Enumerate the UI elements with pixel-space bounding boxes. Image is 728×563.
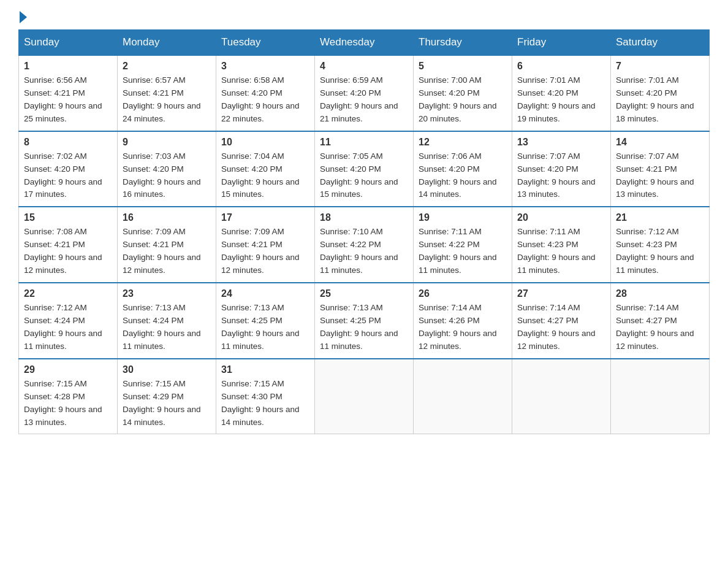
sunset-label: Sunset: 4:21 PM [616,164,677,174]
weekday-header-tuesday: Tuesday [216,30,315,56]
sunset-label: Sunset: 4:20 PM [616,88,677,98]
day-number: 12 [419,137,507,148]
day-info: Sunrise: 7:11 AM Sunset: 4:22 PM Dayligh… [419,226,507,277]
day-number: 29 [24,364,112,375]
daylight-label: Daylight: 9 hours and 13 minutes. [616,177,694,199]
day-info: Sunrise: 6:57 AM Sunset: 4:21 PM Dayligh… [123,74,211,126]
sunrise-label: Sunrise: 7:12 AM [616,227,679,236]
calendar-cell: 22 Sunrise: 7:12 AM Sunset: 4:24 PM Dayl… [19,283,118,359]
sunrise-label: Sunrise: 7:15 AM [24,379,87,388]
daylight-label: Daylight: 9 hours and 15 minutes. [320,177,398,199]
day-info: Sunrise: 7:08 AM Sunset: 4:21 PM Dayligh… [24,226,112,277]
day-number: 26 [419,288,507,299]
sunrise-label: Sunrise: 7:14 AM [517,303,580,312]
sunset-label: Sunset: 4:20 PM [320,88,381,98]
sunrise-label: Sunrise: 7:01 AM [517,75,580,85]
day-info: Sunrise: 7:03 AM Sunset: 4:20 PM Dayligh… [123,150,211,202]
sunset-label: Sunset: 4:20 PM [123,164,184,174]
sunset-label: Sunset: 4:27 PM [616,316,677,325]
day-number: 13 [517,137,605,148]
calendar-cell: 11 Sunrise: 7:05 AM Sunset: 4:20 PM Dayl… [315,131,414,207]
day-number: 6 [517,61,605,72]
day-info: Sunrise: 7:15 AM Sunset: 4:30 PM Dayligh… [221,378,309,429]
calendar-cell: 13 Sunrise: 7:07 AM Sunset: 4:20 PM Dayl… [512,131,611,207]
day-info: Sunrise: 6:58 AM Sunset: 4:20 PM Dayligh… [221,74,309,126]
sunrise-label: Sunrise: 7:14 AM [616,303,679,312]
logo [18,12,27,23]
daylight-label: Daylight: 9 hours and 14 minutes. [419,177,497,199]
weekday-header-monday: Monday [118,30,216,56]
daylight-label: Daylight: 9 hours and 11 minutes. [616,253,694,275]
daylight-label: Daylight: 9 hours and 11 minutes. [419,253,497,275]
day-number: 22 [24,288,112,299]
daylight-label: Daylight: 9 hours and 11 minutes. [320,253,398,275]
sunrise-label: Sunrise: 7:09 AM [221,227,284,236]
weekday-header-saturday: Saturday [611,30,710,56]
sunset-label: Sunset: 4:21 PM [24,88,85,98]
sunset-label: Sunset: 4:20 PM [517,164,578,174]
sunrise-label: Sunrise: 7:13 AM [123,303,186,312]
day-number: 15 [24,212,112,223]
sunset-label: Sunset: 4:21 PM [24,240,85,249]
calendar-cell: 6 Sunrise: 7:01 AM Sunset: 4:20 PM Dayli… [512,55,611,131]
calendar-cell: 18 Sunrise: 7:10 AM Sunset: 4:22 PM Dayl… [315,207,414,283]
sunrise-label: Sunrise: 7:07 AM [517,151,580,161]
day-info: Sunrise: 7:12 AM Sunset: 4:24 PM Dayligh… [24,302,112,353]
day-info: Sunrise: 7:04 AM Sunset: 4:20 PM Dayligh… [221,150,309,202]
sunrise-label: Sunrise: 7:07 AM [616,151,679,161]
calendar-cell: 15 Sunrise: 7:08 AM Sunset: 4:21 PM Dayl… [19,207,118,283]
day-info: Sunrise: 7:02 AM Sunset: 4:20 PM Dayligh… [24,150,112,202]
sunrise-label: Sunrise: 6:58 AM [221,75,284,85]
daylight-label: Daylight: 9 hours and 19 minutes. [517,101,596,123]
daylight-label: Daylight: 9 hours and 16 minutes. [123,177,201,199]
calendar-cell [512,359,611,434]
day-info: Sunrise: 6:56 AM Sunset: 4:21 PM Dayligh… [24,74,112,126]
daylight-label: Daylight: 9 hours and 22 minutes. [221,101,300,123]
daylight-label: Daylight: 9 hours and 12 minutes. [419,329,497,351]
sunset-label: Sunset: 4:23 PM [616,240,677,249]
day-number: 1 [24,61,112,72]
daylight-label: Daylight: 9 hours and 11 minutes. [123,329,201,351]
day-number: 31 [221,364,309,375]
day-number: 10 [221,137,309,148]
day-number: 11 [320,137,408,148]
sunset-label: Sunset: 4:21 PM [123,88,184,98]
day-number: 30 [123,364,211,375]
weekday-header-wednesday: Wednesday [315,30,414,56]
sunrise-label: Sunrise: 7:13 AM [320,303,383,312]
sunset-label: Sunset: 4:20 PM [419,164,480,174]
sunrise-label: Sunrise: 7:15 AM [221,379,284,388]
daylight-label: Daylight: 9 hours and 12 minutes. [221,253,300,275]
calendar-cell [611,359,710,434]
daylight-label: Daylight: 9 hours and 17 minutes. [24,177,102,199]
day-info: Sunrise: 7:06 AM Sunset: 4:20 PM Dayligh… [419,150,507,202]
sunrise-label: Sunrise: 7:09 AM [123,227,186,236]
day-info: Sunrise: 7:10 AM Sunset: 4:22 PM Dayligh… [320,226,408,277]
sunrise-label: Sunrise: 7:12 AM [24,303,87,312]
daylight-label: Daylight: 9 hours and 12 minutes. [123,253,201,275]
day-number: 24 [221,288,309,299]
sunset-label: Sunset: 4:24 PM [123,316,184,325]
day-info: Sunrise: 6:59 AM Sunset: 4:20 PM Dayligh… [320,74,408,126]
sunset-label: Sunset: 4:20 PM [221,88,282,98]
day-info: Sunrise: 7:05 AM Sunset: 4:20 PM Dayligh… [320,150,408,202]
day-number: 5 [419,61,507,72]
logo-arrow-icon [20,11,27,23]
sunset-label: Sunset: 4:25 PM [320,316,381,325]
week-row-2: 8 Sunrise: 7:02 AM Sunset: 4:20 PM Dayli… [19,131,710,207]
calendar-cell: 19 Sunrise: 7:11 AM Sunset: 4:22 PM Dayl… [414,207,512,283]
day-number: 14 [616,137,704,148]
week-row-1: 1 Sunrise: 6:56 AM Sunset: 4:21 PM Dayli… [19,55,710,131]
day-number: 8 [24,137,112,148]
sunrise-label: Sunrise: 7:13 AM [221,303,284,312]
day-number: 27 [517,288,605,299]
sunset-label: Sunset: 4:26 PM [419,316,480,325]
sunset-label: Sunset: 4:28 PM [24,392,85,401]
day-info: Sunrise: 7:09 AM Sunset: 4:21 PM Dayligh… [221,226,309,277]
sunrise-label: Sunrise: 7:05 AM [320,151,383,161]
day-info: Sunrise: 7:00 AM Sunset: 4:20 PM Dayligh… [419,74,507,126]
day-info: Sunrise: 7:14 AM Sunset: 4:26 PM Dayligh… [419,302,507,353]
sunrise-label: Sunrise: 7:14 AM [419,303,482,312]
sunset-label: Sunset: 4:25 PM [221,316,282,325]
day-info: Sunrise: 7:15 AM Sunset: 4:28 PM Dayligh… [24,378,112,429]
